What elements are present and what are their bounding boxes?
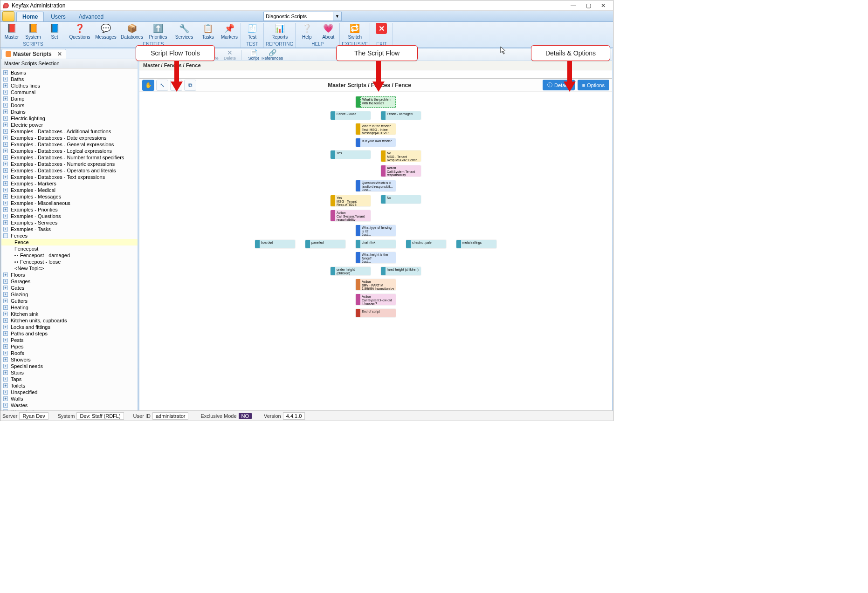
flow-node-loose[interactable]: Fence - loose <box>331 111 371 120</box>
expand-icon[interactable]: + <box>3 96 8 101</box>
expand-icon[interactable]: + <box>3 116 8 121</box>
tree-item[interactable]: +Gates <box>1 285 138 291</box>
flow-node-type[interactable]: What type of fencing is it?Just… <box>356 225 396 236</box>
flow-node-type-metal[interactable]: metal railings <box>456 240 496 248</box>
sidebar-tree[interactable]: +Basins+Baths+Clothes lines+Communal+Dam… <box>1 68 138 410</box>
flow-node-own[interactable]: Is it your own fence? <box>356 138 396 147</box>
ribbon-messages-button[interactable]: 💬Messages <box>94 23 117 40</box>
tree-item[interactable]: +Examples - Medical <box>1 187 138 193</box>
expand-icon[interactable]: + <box>3 155 8 160</box>
expand-icon[interactable]: + <box>3 109 8 114</box>
expand-icon[interactable]: + <box>3 292 8 297</box>
tree-item[interactable]: +Unspecified <box>1 389 138 395</box>
tree-item[interactable]: +Examples - Databoxes - Operators and li… <box>1 167 138 174</box>
expand-icon[interactable]: + <box>3 377 8 382</box>
tree-item[interactable]: +Examples - Databoxes - Text expressions <box>1 174 138 180</box>
ribbon-questions-button[interactable]: ❓Questions <box>68 23 91 40</box>
expand-icon[interactable]: + <box>3 90 8 95</box>
tree-item[interactable]: +Examples - Databoxes - Numeric expressi… <box>1 161 138 167</box>
ribbon-tab-advanced[interactable]: Advanced <box>73 12 110 21</box>
flow-node-no1[interactable]: NoMSG - Tenant Resp.MSG02: Fence repai… <box>381 150 421 162</box>
expand-icon[interactable]: + <box>3 227 8 232</box>
ribbon-tab-users[interactable]: Users <box>45 12 71 21</box>
tree-item[interactable]: +Roofs <box>1 350 138 356</box>
flow-node-end[interactable]: End of script <box>356 309 396 317</box>
tree-subitem[interactable]: Fencepost - loose <box>1 259 138 265</box>
tree-item[interactable]: +Examples - Questions <box>1 213 138 219</box>
expand-icon[interactable]: + <box>3 312 8 316</box>
flow-node-action3[interactable]: ActionSRV - PART M 1.99(99) Inspection b… <box>356 279 396 290</box>
expand-icon[interactable]: + <box>3 188 8 192</box>
tree-item[interactable]: +Examples - Databoxes - Additional funct… <box>1 128 138 135</box>
expand-icon[interactable]: + <box>3 344 8 349</box>
flow-node-yes2[interactable]: YesMSG - Tenant Resp.AT0027: Landlord wi… <box>331 195 371 206</box>
tree-item[interactable]: +Examples - Databoxes - General expressi… <box>1 141 138 148</box>
flow-node-no2[interactable]: No <box>381 195 421 204</box>
tree-item[interactable]: +Paths and steps <box>1 330 138 337</box>
tree-item[interactable]: +Electric power <box>1 122 138 128</box>
tree-item[interactable]: +Pests <box>1 337 138 343</box>
tree-item[interactable]: +Kitchen units, cupboards <box>1 317 138 324</box>
flow-node-action2[interactable]: ActionCall System:Tenant responsibility <box>331 210 371 221</box>
tree-item[interactable]: +Damp <box>1 95 138 102</box>
tree-item[interactable]: +Special needs <box>1 363 138 369</box>
tool-script-button[interactable]: 📄Script <box>245 49 262 61</box>
sidebar-tab-master-scripts[interactable]: Master Scripts ✕ <box>1 49 66 59</box>
tree-item[interactable]: +Baths <box>1 76 138 82</box>
ribbon-set-button[interactable]: 📘Set <box>45 23 64 40</box>
tree-item[interactable]: +Floors <box>1 272 138 278</box>
expand-icon[interactable]: + <box>3 351 8 355</box>
tree-item[interactable]: +Examples - Tasks <box>1 226 138 232</box>
expand-icon[interactable]: + <box>3 331 8 336</box>
tree-item[interactable]: +Electric lighting <box>1 115 138 122</box>
tree-item[interactable]: +Examples - Databoxes - Date expressions <box>1 135 138 141</box>
expand-icon[interactable]: + <box>3 168 8 173</box>
tree-item[interactable]: +Kitchen sink <box>1 311 138 317</box>
expand-icon[interactable]: + <box>3 142 8 147</box>
expand-icon[interactable]: + <box>3 214 8 218</box>
script-type-combo[interactable] <box>263 12 333 21</box>
tree-item[interactable]: +Gutters <box>1 298 138 304</box>
ribbon-switch-button[interactable]: 🔁Switch <box>345 23 364 40</box>
ribbon-reports-button[interactable]: 📊Reports <box>268 23 291 40</box>
ribbon-about-button[interactable]: 💗About <box>319 23 338 40</box>
flow-pointer-tool-button[interactable]: ⤡ <box>156 80 168 91</box>
expand-icon[interactable]: + <box>3 149 8 153</box>
tree-item[interactable]: +Glazing <box>1 291 138 298</box>
expand-icon[interactable]: + <box>3 299 8 303</box>
ribbon-system-button[interactable]: 📙System <box>24 23 42 40</box>
tree-item[interactable]: +Examples - Markers <box>1 180 138 187</box>
flow-pan-tool-button[interactable]: ✋ <box>142 80 154 91</box>
tree-item[interactable]: +Basins <box>1 69 138 76</box>
ribbon-services-button[interactable]: 🔧Services <box>172 23 196 40</box>
flow-node-where[interactable]: Where is the fence?Test: MSG - Inline Me… <box>356 123 396 135</box>
tree-item[interactable]: +Locks and fittings <box>1 324 138 330</box>
expand-icon[interactable]: + <box>3 383 8 388</box>
expand-icon[interactable]: + <box>3 325 8 329</box>
maximize-button[interactable]: ▢ <box>581 1 595 10</box>
flow-node-type-chestnut[interactable]: chestnut pale <box>406 240 446 248</box>
tree-subitem[interactable]: <New Topic> <box>1 265 138 272</box>
flow-canvas[interactable]: What is the problem with the fence? Fenc… <box>139 92 612 410</box>
tree-item[interactable]: +Wastes <box>1 402 138 409</box>
tree-item[interactable]: +Stairs <box>1 369 138 376</box>
expand-icon[interactable]: + <box>3 357 8 362</box>
expand-icon[interactable]: + <box>3 390 8 395</box>
tree-item[interactable]: +Communal <box>1 89 138 95</box>
tree-subitem[interactable]: Fence <box>1 239 138 245</box>
tree-item[interactable]: +Showers <box>1 356 138 363</box>
tree-item[interactable]: –Fences <box>1 232 138 239</box>
tree-subitem[interactable]: Fencepost - damaged <box>1 252 138 259</box>
flow-node-action1[interactable]: ActionCall System:Tenant responsibility <box>381 165 421 177</box>
expand-icon[interactable]: + <box>3 338 8 342</box>
expand-icon[interactable]: + <box>3 181 8 186</box>
collapse-icon[interactable]: – <box>3 233 8 238</box>
expand-icon[interactable]: + <box>3 123 8 127</box>
ribbon-master-button[interactable]: 📕Master <box>2 23 21 40</box>
tree-item[interactable]: +Clothes lines <box>1 82 138 89</box>
expand-icon[interactable]: + <box>3 403 8 408</box>
expand-icon[interactable]: + <box>3 364 8 368</box>
expand-icon[interactable]: + <box>3 273 8 277</box>
ribbon-priorities-button[interactable]: ⬆️Priorities <box>146 23 170 40</box>
tree-item[interactable]: +Examples - Databoxes - Logical expressi… <box>1 148 138 154</box>
